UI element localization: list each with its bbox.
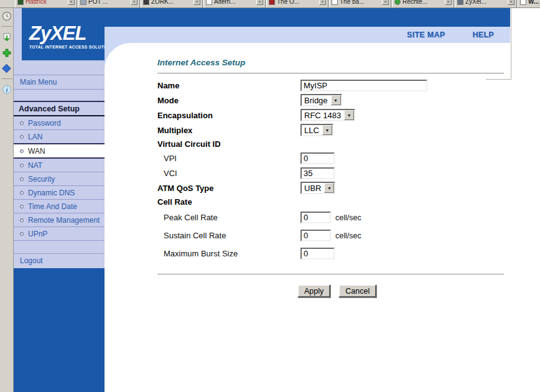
mode-select[interactable]: Bridge ▼ [300, 94, 342, 106]
form-row-atm-qos-type: ATM QoS Type UBR ▼ [157, 180, 540, 195]
dropdown-arrow-icon: ▼ [344, 110, 354, 120]
tab-close-icon[interactable]: × [319, 0, 326, 5]
apply-button[interactable]: Apply [297, 284, 330, 297]
clock-icon[interactable] [1, 11, 12, 21]
browser-tab-the-o[interactable]: The O... × [266, 0, 328, 8]
tab-close-icon[interactable]: × [445, 0, 452, 5]
logo-brand-text: ZyXEL [29, 24, 105, 43]
sidebar-item-upnp[interactable]: UPnP [14, 227, 105, 240]
bullet-icon [20, 191, 24, 195]
divider [157, 73, 504, 73]
sidebar-item-label: UPnP [28, 230, 47, 238]
sidebar-item-time-and-date[interactable]: Time And Date [14, 200, 105, 213]
encapsulation-selected-value: RFC 1483 [302, 110, 344, 120]
sidebar-item-lan[interactable]: LAN [14, 130, 105, 143]
tab-favicon [143, 0, 149, 5]
atm-qos-type-select[interactable]: UBR ▼ [300, 182, 335, 194]
panel-separator [1, 78, 12, 79]
tab-close-icon[interactable]: × [68, 0, 75, 5]
sidebar-item-label: NAT [28, 161, 42, 170]
bullet-icon [20, 218, 24, 222]
form-buttons: Apply Cancel [297, 284, 540, 297]
browser-tab-rechte[interactable]: Rechte... × [392, 0, 454, 8]
form-section-virtual-circuit-id: Virtual Circuit ID [157, 138, 540, 151]
download-icon[interactable] [1, 32, 12, 42]
sustain-cell-rate-unit: cell/sec [335, 231, 361, 240]
tab-label: Altern... [214, 0, 254, 5]
bullet-icon [20, 232, 24, 236]
tab-close-icon[interactable]: × [256, 0, 263, 5]
vpi-input[interactable] [300, 152, 335, 164]
tab-label: Rechte... [403, 0, 443, 5]
tab-close-icon[interactable]: × [193, 0, 200, 5]
sidebar-item-label: Security [28, 175, 55, 184]
puzzle-icon[interactable] [1, 47, 12, 58]
tab-favicon [332, 0, 338, 5]
sidebar-blank-row [14, 90, 105, 101]
browser-tab-pot[interactable]: POT ... × [78, 0, 140, 8]
peak-cell-rate-input[interactable] [300, 212, 331, 223]
cell-rate-label: Cell Rate [157, 197, 300, 207]
maximum-burst-size-label: Maximum Burst Size [157, 249, 300, 258]
tab-label: W... [528, 0, 540, 5]
tab-close-icon[interactable]: × [508, 0, 514, 5]
sidebar-item-dynamic-dns[interactable]: Dynamic DNS [14, 186, 105, 199]
vci-input[interactable] [300, 167, 335, 179]
peak-cell-rate-unit: cell/sec [335, 213, 361, 222]
tab-label: ZyXel... [465, 0, 506, 5]
mode-label: Mode [157, 96, 300, 105]
browser-tab-zyxel[interactable]: ZyXel... × [455, 0, 517, 8]
atm-qos-selected-value: UBR [302, 183, 324, 193]
info-icon[interactable]: i [1, 84, 12, 95]
diamond-icon[interactable] [1, 63, 12, 73]
page-title: Internet Access Setup [157, 58, 540, 67]
multiplex-select[interactable]: LLC ▼ [300, 124, 333, 136]
sidebar-item-main-menu[interactable]: Main Menu [14, 75, 105, 89]
browser-tab-hattrick[interactable]: Hattrick × [15, 0, 77, 8]
sustain-cell-rate-input[interactable] [300, 230, 331, 241]
name-input[interactable] [300, 80, 427, 91]
maximum-burst-size-input[interactable] [300, 248, 335, 259]
help-link[interactable]: HELP [472, 30, 494, 39]
sidebar-item-nat[interactable]: NAT [14, 159, 105, 172]
tab-label: Hattrick [26, 0, 66, 5]
encapsulation-select[interactable]: RFC 1483 ▼ [300, 109, 355, 121]
browser-tab-altern[interactable]: Altern... × [203, 0, 266, 8]
form-row-sustain-cell-rate: Sustain Cell Rate cell/sec [157, 226, 540, 245]
tab-label: The ba... [340, 0, 380, 5]
sidebar-item-label: Password [28, 119, 61, 128]
tab-favicon [520, 0, 526, 5]
sidebar-item-remote-management[interactable]: Remote Management [14, 213, 105, 226]
sidebar-item-label: Time And Date [28, 202, 77, 211]
multiplex-label: Multiplex [157, 126, 300, 135]
tab-label: ZORK... [151, 0, 192, 5]
browser-side-panel: i [0, 8, 14, 392]
form-row-maximum-burst-size: Maximum Burst Size [157, 245, 540, 263]
tab-favicon [17, 0, 24, 5]
browser-tab-the-ba[interactable]: The ba... × [329, 0, 391, 8]
bullet-icon [20, 177, 24, 181]
sidebar-item-label: Remote Management [28, 216, 100, 225]
tab-close-icon[interactable]: × [382, 0, 389, 5]
sidebar-item-security[interactable]: Security [14, 172, 105, 185]
tab-favicon [206, 0, 212, 5]
bullet-icon [20, 135, 24, 139]
dropdown-arrow-icon: ▼ [322, 125, 332, 135]
sidebar-item-password[interactable]: Password [14, 116, 105, 129]
multiplex-selected-value: LLC [302, 125, 322, 135]
sidebar-item-logout[interactable]: Logout [14, 254, 105, 268]
tab-label: POT ... [88, 0, 129, 5]
browser-tab-zork[interactable]: ZORK... × [141, 0, 203, 8]
tab-close-icon[interactable]: × [131, 0, 137, 5]
form-row-peak-cell-rate: Peak Cell Rate cell/sec [157, 208, 540, 226]
header-banner: SITE MAP HELP [105, 27, 510, 43]
sidebar-item-wan[interactable]: WAN [14, 144, 105, 157]
main-content: Internet Access Setup Name Mode Bridge ▼… [105, 43, 540, 392]
mode-selected-value: Bridge [302, 95, 331, 105]
site-map-link[interactable]: SITE MAP [407, 30, 445, 39]
tab-label: The O... [277, 0, 317, 5]
cancel-button[interactable]: Cancel [338, 284, 376, 297]
browser-tab-w[interactable]: W... [518, 0, 540, 8]
dropdown-arrow-icon: ▼ [331, 95, 341, 105]
bullet-icon [20, 164, 24, 167]
